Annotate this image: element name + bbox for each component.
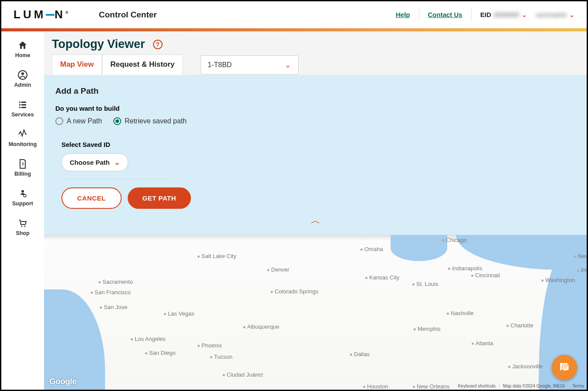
user-icon xyxy=(17,70,28,80)
map-city-label: Ciudad Juárez xyxy=(223,371,263,378)
svg-point-9 xyxy=(21,190,24,193)
map-city-label: San Jose xyxy=(100,304,127,310)
map-city-label: San Francisco xyxy=(91,289,131,296)
svg-point-1 xyxy=(21,72,24,75)
circuit-selector[interactable]: 1-T8BD ⌄ xyxy=(201,55,299,75)
user-dropdown[interactable]: username ⌄ xyxy=(536,11,574,18)
svg-rect-7 xyxy=(21,107,26,108)
map-city-label: Kansas City xyxy=(365,274,399,281)
sidebar-label: Billing xyxy=(14,171,31,177)
map-city-label: Sacramento xyxy=(99,279,133,285)
accent-band xyxy=(1,28,587,31)
map-city-label: Colorado Springs xyxy=(271,288,318,295)
sidebar-item-support[interactable]: Support xyxy=(1,186,44,209)
choose-path-label: Choose Path xyxy=(70,159,110,166)
keyboard-shortcuts-link[interactable]: Keyboard shortcuts xyxy=(458,384,496,388)
get-path-button[interactable]: GET PATH xyxy=(128,187,191,209)
map-city-label: Chicago xyxy=(442,237,467,243)
map-city-label: Atlanta xyxy=(472,340,493,347)
map-city-label: Jacksonville xyxy=(508,363,543,370)
eid-dropdown[interactable]: EID 0000000 ⌄ xyxy=(480,11,527,18)
chevron-up-icon[interactable]: ︿ xyxy=(311,214,320,227)
chat-button[interactable] xyxy=(552,355,577,380)
map[interactable]: ChicagoOmahaSalt Lake CityNew YorkIndian… xyxy=(44,235,587,390)
map-attribution: Keyboard shortcuts Map data ©2024 Google… xyxy=(458,384,584,388)
radio-new-path[interactable]: A new Path xyxy=(55,117,102,125)
button-row: CANCEL GET PATH xyxy=(61,187,575,209)
svg-rect-6 xyxy=(19,107,20,108)
sidebar-item-admin[interactable]: Admin xyxy=(1,67,44,91)
sidebar-label: Services xyxy=(11,112,34,118)
sidebar-item-home[interactable]: Home xyxy=(1,37,44,61)
tab-map-view[interactable]: Map View xyxy=(52,54,102,76)
chevron-down-icon: ⌄ xyxy=(569,11,574,18)
chevron-down-icon: ⌄ xyxy=(522,11,527,18)
map-city-label: Washington xyxy=(541,277,575,283)
activity-icon xyxy=(17,129,28,139)
map-city-label: New Orleans xyxy=(413,383,449,390)
invoice-icon: $ xyxy=(17,159,28,169)
map-city-label: Indianapolis xyxy=(448,265,482,272)
cancel-button[interactable]: CANCEL xyxy=(61,187,122,209)
chat-icon xyxy=(558,361,571,374)
tab-request-history[interactable]: Request & History xyxy=(102,54,183,75)
map-city-label: Philadelphia xyxy=(577,267,587,274)
help-link[interactable]: Help xyxy=(396,11,410,18)
lumen-logo: LUMN® xyxy=(14,8,68,21)
sidebar-item-billing[interactable]: $ Billing xyxy=(1,156,44,180)
map-city-label: Albuquerque xyxy=(243,323,279,330)
water-shape xyxy=(391,235,447,261)
sidebar-item-shop[interactable]: Shop xyxy=(1,215,44,239)
map-city-label: Denver xyxy=(267,266,289,273)
user-name: username xyxy=(536,11,567,18)
header-right: Help Contact Us EID 0000000 ⌄ username ⌄ xyxy=(396,8,574,21)
map-city-label: Houston xyxy=(363,383,388,390)
saved-id-label: Select Saved ID xyxy=(61,141,575,148)
sidebar-label: Monitoring xyxy=(9,141,37,147)
svg-rect-5 xyxy=(21,104,26,105)
map-city-label: Salt Lake City xyxy=(197,253,236,259)
map-city-label: Phoenix xyxy=(197,342,222,349)
sidebar-item-monitoring[interactable]: Monitoring xyxy=(1,126,44,150)
map-data-text: Map data ©2024 Google, INEGI xyxy=(499,384,565,388)
separator xyxy=(471,8,472,21)
cart-icon xyxy=(17,218,28,228)
separator xyxy=(419,8,419,21)
map-city-label: Las Vegas xyxy=(164,310,194,317)
map-city-label: Omaha xyxy=(360,246,383,252)
app-title: Control Center xyxy=(99,10,157,20)
home-icon xyxy=(17,40,28,51)
radio-retrieve-saved[interactable]: Retrieve saved path xyxy=(113,117,187,125)
water-shape xyxy=(44,289,105,390)
chevron-down-icon: ⌄ xyxy=(114,158,120,167)
page-title: Topology Viewer xyxy=(52,37,145,51)
terms-link[interactable]: Terms xyxy=(568,384,584,388)
sidebar-label: Home xyxy=(15,52,31,58)
sidebar-label: Support xyxy=(12,201,33,207)
map-city-label: San Diego xyxy=(145,350,176,356)
top-header: LUMN® Control Center Help Contact Us EID… xyxy=(1,1,587,28)
map-city-label: Cincinnati xyxy=(471,272,500,279)
choose-path-dropdown[interactable]: Choose Path ⌄ xyxy=(61,153,128,171)
radio-label: A new Path xyxy=(67,117,102,125)
map-city-label: Tucson xyxy=(210,354,232,360)
help-icon[interactable]: ? xyxy=(153,40,163,49)
svg-point-10 xyxy=(24,194,26,197)
svg-point-11 xyxy=(21,226,23,227)
radio-group: A new Path Retrieve saved path xyxy=(55,117,575,125)
tabs-row: Map View Request & History 1-T8BD ⌄ xyxy=(44,54,587,75)
logo-bar-icon xyxy=(46,14,54,16)
add-path-panel: Add a Path Do you want to build A new Pa… xyxy=(44,75,587,235)
svg-point-12 xyxy=(24,226,26,227)
contact-link[interactable]: Contact Us xyxy=(428,11,462,18)
collapse-row: ︿ xyxy=(55,211,575,232)
eid-label: EID xyxy=(480,11,491,18)
chevron-down-icon: ⌄ xyxy=(285,60,291,70)
radio-icon xyxy=(113,117,121,125)
build-question: Do you want to build xyxy=(55,105,575,112)
gear-user-icon xyxy=(17,188,28,199)
map-city-label: Nashville xyxy=(447,310,474,316)
google-logo: Google xyxy=(49,377,76,386)
sidebar-label: Admin xyxy=(14,82,31,88)
sidebar-item-services[interactable]: Services xyxy=(1,97,44,120)
